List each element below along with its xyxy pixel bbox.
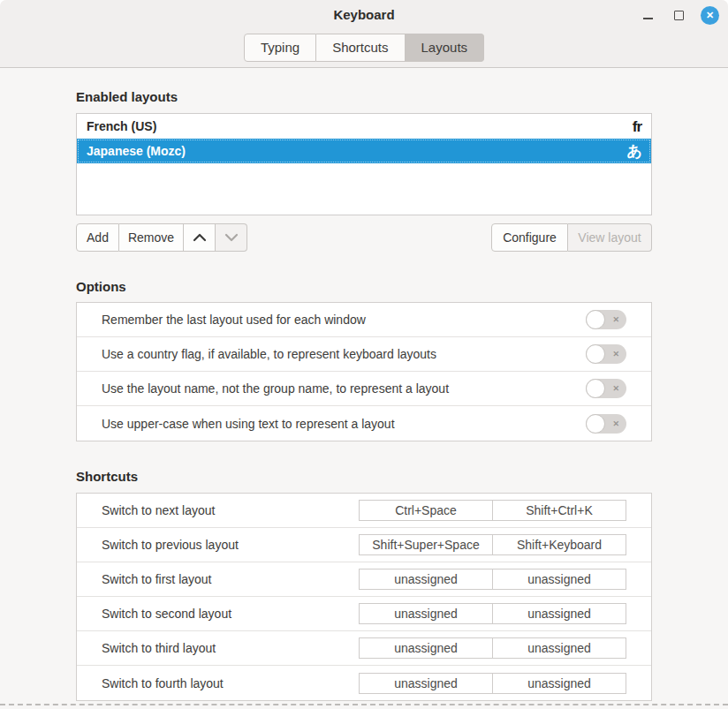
layout-name: French (US) (87, 119, 633, 133)
keybinding-group: unassigned unassigned (359, 637, 626, 659)
toggle-off-icon: ✕ (612, 316, 619, 324)
toggle-off-icon: ✕ (612, 351, 619, 358)
toggle-remember-layout[interactable]: ✕ (586, 310, 626, 329)
add-layout-button[interactable]: Add (76, 223, 119, 252)
view-layout-button[interactable]: View layout (568, 223, 652, 252)
toggle-knob (586, 379, 605, 398)
move-down-button[interactable] (216, 223, 247, 252)
toggle-knob (586, 344, 605, 364)
window-header: Keyboard ✕ Typing Shortcuts Layouts (0, 0, 728, 68)
close-icon: ✕ (706, 11, 714, 20)
shortcut-label: Switch to next layout (102, 503, 359, 517)
tab-typing[interactable]: Typing (244, 34, 316, 62)
maximize-icon (674, 11, 684, 20)
keybinding-button-2[interactable]: Shift+Keyboard (493, 534, 626, 555)
bottom-dashed-divider (0, 704, 728, 705)
keybinding-button-1[interactable]: Ctrl+Space (359, 500, 493, 521)
shortcut-row-previous-layout: Switch to previous layout Shift+Super+Sp… (77, 528, 651, 562)
move-up-button[interactable] (184, 223, 216, 252)
layouts-page: Enabled layouts French (US) fr Japanese … (76, 90, 652, 701)
window-title: Keyboard (0, 0, 728, 30)
option-label: Use a country flag, if available, to rep… (102, 347, 586, 361)
shortcuts-box: Switch to next layout Ctrl+Space Shift+C… (76, 493, 652, 701)
shortcut-row-fourth-layout: Switch to fourth layout unassigned unass… (77, 666, 651, 700)
chevron-up-icon (193, 233, 207, 242)
option-label: Use upper-case when using text to repres… (102, 417, 586, 431)
minimize-icon (643, 18, 653, 19)
enabled-layouts-list: French (US) fr Japanese (Mozc) あ (76, 113, 652, 215)
edit-buttons-group: Add Remove (76, 223, 247, 252)
option-row-layout-name: Use the layout name, not the group name,… (77, 372, 651, 406)
maximize-button[interactable] (670, 6, 687, 24)
keyboard-settings-window: Keyboard ✕ Typing Shortcuts Layouts Enab… (0, 0, 728, 709)
close-button[interactable]: ✕ (701, 6, 719, 25)
minimize-button[interactable] (639, 6, 656, 24)
layout-list-actions: Add Remove Configure View layout (76, 223, 652, 252)
toggle-upper-case[interactable]: ✕ (586, 414, 626, 434)
toggle-knob (586, 310, 605, 329)
keybinding-button-1[interactable]: unassigned (359, 569, 493, 590)
shortcut-label: Switch to first layout (102, 572, 359, 586)
keybinding-button-1[interactable]: Shift+Super+Space (359, 534, 493, 555)
keybinding-button-2[interactable]: unassigned (493, 673, 626, 694)
shortcuts-heading: Shortcuts (76, 470, 652, 484)
titlebar[interactable]: Keyboard ✕ (0, 0, 728, 30)
keybinding-group: unassigned unassigned (359, 569, 626, 590)
shortcut-label: Switch to third layout (102, 641, 359, 655)
toggle-off-icon: ✕ (612, 419, 619, 427)
shortcut-row-next-layout: Switch to next layout Ctrl+Space Shift+C… (77, 494, 651, 528)
keybinding-button-2[interactable]: unassigned (493, 603, 626, 624)
option-row-remember-layout: Remember the last layout used for each w… (77, 303, 651, 337)
shortcut-row-first-layout: Switch to first layout unassigned unassi… (77, 562, 651, 597)
toggle-country-flag[interactable]: ✕ (586, 344, 626, 364)
tab-shortcuts[interactable]: Shortcuts (316, 34, 405, 62)
shortcut-label: Switch to fourth layout (102, 676, 359, 690)
keybinding-group: Ctrl+Space Shift+Ctrl+K (359, 500, 626, 521)
toggle-off-icon: ✕ (612, 385, 619, 393)
layout-badge-ja: あ (627, 144, 641, 159)
layout-list-item-french[interactable]: French (US) fr (77, 114, 651, 139)
option-label: Use the layout name, not the group name,… (102, 381, 586, 396)
layout-badge-fr: fr (633, 119, 641, 134)
window-controls: ✕ (639, 0, 719, 30)
keybinding-group: unassigned unassigned (359, 673, 626, 694)
toggle-knob (586, 414, 605, 434)
options-heading: Options (76, 280, 652, 294)
option-row-country-flag: Use a country flag, if available, to rep… (77, 337, 651, 372)
enabled-layouts-heading: Enabled layouts (76, 90, 652, 104)
keybinding-button-2[interactable]: unassigned (493, 569, 626, 590)
layout-list-item-japanese[interactable]: Japanese (Mozc) あ (77, 139, 651, 163)
keybinding-button-1[interactable]: unassigned (359, 673, 493, 694)
configure-button[interactable]: Configure (491, 223, 568, 252)
layout-name: Japanese (Mozc) (87, 144, 627, 158)
layout-tools-group: Configure View layout (491, 223, 652, 252)
keybinding-button-2[interactable]: unassigned (493, 637, 626, 659)
remove-layout-button[interactable]: Remove (119, 223, 184, 252)
option-row-upper-case: Use upper-case when using text to repres… (77, 406, 651, 441)
options-box: Remember the last layout used for each w… (76, 302, 652, 441)
keybinding-group: unassigned unassigned (359, 603, 626, 624)
keybinding-button-2[interactable]: Shift+Ctrl+K (493, 500, 626, 521)
keybinding-button-1[interactable]: unassigned (359, 603, 493, 624)
shortcut-label: Switch to previous layout (102, 538, 359, 552)
keybinding-button-1[interactable]: unassigned (359, 637, 493, 659)
shortcut-row-third-layout: Switch to third layout unassigned unassi… (77, 631, 651, 666)
shortcut-row-second-layout: Switch to second layout unassigned unass… (77, 597, 651, 631)
keybinding-group: Shift+Super+Space Shift+Keyboard (359, 534, 626, 555)
tab-switcher: Typing Shortcuts Layouts (0, 34, 728, 62)
option-label: Remember the last layout used for each w… (102, 313, 586, 327)
toggle-layout-name[interactable]: ✕ (586, 379, 626, 398)
tab-layouts[interactable]: Layouts (406, 34, 485, 62)
shortcut-label: Switch to second layout (102, 607, 359, 621)
chevron-down-icon (224, 233, 239, 242)
